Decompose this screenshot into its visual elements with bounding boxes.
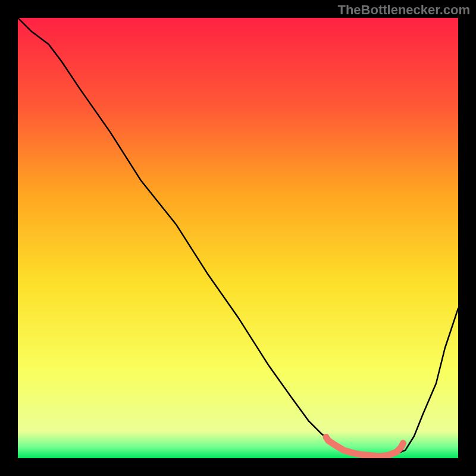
watermark-text: TheBottlenecker.com <box>337 2 470 18</box>
chart-area <box>18 18 458 458</box>
chart-container: TheBottlenecker.com <box>0 0 476 476</box>
line-plot <box>18 18 458 458</box>
